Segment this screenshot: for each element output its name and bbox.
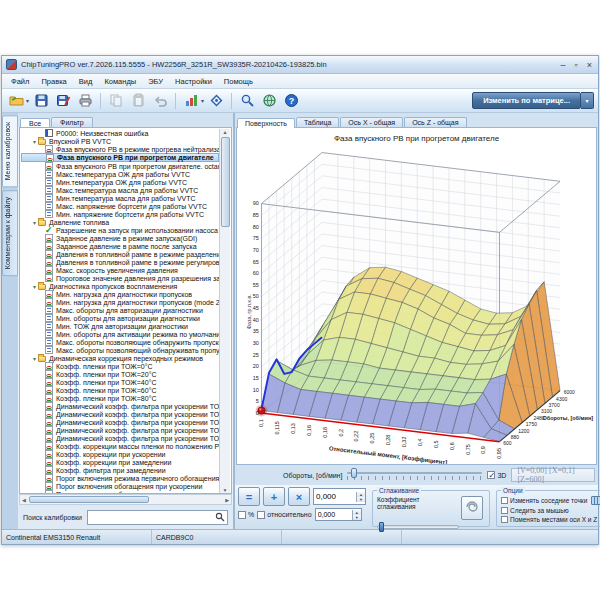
relative-spinner[interactable]: ▲▼ — [352, 510, 361, 520]
refresh-button[interactable] — [259, 91, 279, 111]
percent-checkbox[interactable] — [238, 511, 246, 519]
tree-item[interactable]: Фаза впускного РВ при прогретом двигател… — [21, 153, 219, 162]
tree-item[interactable]: Динамический коэфф. фильтра при ускорени… — [21, 402, 219, 410]
tree-item[interactable]: Макс. напряжение бортсети для работы VVT… — [21, 202, 219, 210]
tree-item[interactable]: Динамический коэфф. фильтра при ускорени… — [21, 418, 219, 426]
tree-item[interactable]: Коэфф. пленки при ТОЖ=0°С — [21, 362, 219, 370]
tree-item[interactable]: Мин. напряжение бортсети для работы VVTC — [21, 210, 219, 218]
option-checkbox-2[interactable] — [501, 516, 508, 523]
tree-item[interactable]: Динамический коэфф. фильтра при ускорени… — [21, 434, 219, 442]
option-checkbox-1[interactable] — [501, 507, 508, 514]
tree-item[interactable]: Давления в топливной рампе в режиме разд… — [21, 250, 219, 258]
rpm-slider-handle[interactable] — [351, 468, 357, 478]
maximize-button[interactable]: ▫ — [575, 60, 578, 70]
view-tab-2[interactable]: Ось X - общая — [340, 117, 403, 127]
tree-item[interactable]: Макс. обороты позволяющий обнаруживать п… — [21, 346, 219, 354]
open-dropdown-caret[interactable]: ▾ — [26, 97, 29, 104]
minimize-button[interactable]: – — [561, 60, 566, 70]
tree-item[interactable]: Макс. скорость увеличения давления — [21, 266, 219, 274]
tree-item[interactable]: Коэфф. коррекции при замедлении — [21, 458, 219, 466]
tree-item[interactable]: Коэфф. коррекции массы пленки по положен… — [21, 442, 219, 450]
zoom-button[interactable] — [237, 91, 257, 111]
tree-item[interactable]: Мин. обороты для авторизации диагностики — [21, 314, 219, 322]
tree-item[interactable]: Порог включения обеднения при замедлении — [21, 490, 219, 493]
tree-item[interactable]: Заданное давление в режиме запуска(GDI) — [21, 234, 219, 242]
apply-smoothing-button[interactable] — [461, 496, 483, 520]
tree-item[interactable]: Макс. обороты позволяющие обнаружить про… — [21, 338, 219, 346]
matrix-button[interactable]: Изменить по матрице... — [472, 92, 581, 109]
undo-button[interactable] — [150, 91, 170, 111]
tree-item[interactable]: Макс.температура ОЖ для работы VVTC — [21, 170, 219, 178]
tree-item[interactable]: Динамический коэфф. фильтра при ускорени… — [21, 410, 219, 418]
relative-toggle[interactable]: относительно — [257, 511, 311, 519]
tree-vertical-scrollbar[interactable]: ▲▼ — [219, 129, 230, 493]
tree-item[interactable]: ▾Впускной РВ VVTC — [21, 137, 219, 145]
tree-item[interactable]: Разрешение на запуск при использовании н… — [21, 226, 219, 234]
tree-item[interactable]: Коэфф. фильтра при замедлении — [21, 466, 219, 474]
relative-input[interactable] — [316, 511, 352, 518]
tree-item[interactable]: ▾Диагностика пропусков воспламенения — [21, 282, 219, 290]
scroll-up-icon[interactable]: ▲ — [223, 129, 228, 135]
expand-icon[interactable]: ▾ — [31, 355, 38, 362]
save-button[interactable] — [31, 91, 51, 111]
menu-Помощь[interactable]: Помощь — [218, 76, 259, 87]
scroll-right-icon[interactable]: ▶ — [225, 497, 229, 503]
view-tab-0[interactable]: Поверхность — [237, 118, 295, 128]
relative-checkbox[interactable] — [257, 511, 265, 519]
open-file-button[interactable] — [6, 91, 26, 111]
compass-button[interactable] — [206, 91, 226, 111]
tree-item[interactable]: Макс. обороты для авторизации диагностик… — [21, 306, 219, 314]
tree-item[interactable]: Коэфф. коррекции при ускорении — [21, 450, 219, 458]
help-button[interactable]: ? — [281, 91, 301, 111]
option-checkbox-0[interactable] — [501, 497, 508, 504]
scroll-left-icon[interactable]: ◀ — [22, 497, 26, 503]
smoothing-handle[interactable] — [379, 522, 384, 532]
scroll-thumb-h[interactable] — [29, 496, 149, 503]
tree-item[interactable]: Мин.температура масла для работы VVTC — [21, 194, 219, 202]
option-1[interactable]: Следить за мышью — [501, 507, 600, 514]
tree-item[interactable]: Пороговое значение давления для разрешен… — [21, 274, 219, 282]
add-value-button[interactable]: + — [263, 487, 285, 506]
paste-button[interactable] — [128, 91, 148, 111]
surface-plot[interactable]: 051015202530354045505560657075808590Фаза… — [237, 143, 596, 464]
view-3d-checkbox[interactable] — [487, 471, 495, 479]
tree-item[interactable]: Коэфф. пленки при ТОЖ=60°С — [21, 386, 219, 394]
smoothing-slider[interactable] — [377, 522, 459, 532]
view-tab-3[interactable]: Ось Z - общая — [404, 117, 466, 127]
percent-toggle[interactable]: % — [238, 511, 254, 519]
menu-Файл[interactable]: Файл — [5, 76, 35, 87]
matrix-dropdown-caret[interactable]: ▾ — [581, 92, 594, 109]
scroll-down-icon[interactable]: ▼ — [223, 487, 228, 493]
menu-Правка[interactable]: Правка — [35, 76, 72, 87]
tree-item[interactable]: Мин. ТОЖ для авторизации диагностики — [21, 322, 219, 330]
expand-icon[interactable]: ▾ — [31, 283, 38, 290]
side-tab-0[interactable]: Меню калибровок — [2, 115, 18, 187]
tree-item[interactable]: ▾Динамическая коррекция переходных режим… — [21, 354, 219, 362]
tree-item[interactable]: Коэфф. пленки при ТОЖ=20°С — [21, 370, 219, 378]
tree-tab-1[interactable]: Фильтр — [51, 117, 93, 127]
menu-Команды[interactable]: Команды — [98, 76, 142, 87]
menu-Вид[interactable]: Вид — [73, 76, 99, 87]
tree-item[interactable]: P0000: Неизвестная ошибка — [21, 129, 219, 137]
rpm-slider[interactable] — [347, 468, 482, 482]
tree-item[interactable]: Порог включения режима первичного обогащ… — [21, 474, 219, 482]
tree-item[interactable]: Заданное давление в рампе после запуска — [21, 242, 219, 250]
tree-item[interactable]: Динамический коэфф. фильтра при ускорени… — [21, 426, 219, 434]
option-2[interactable]: Поменять местами оси X и Z — [501, 516, 600, 523]
search-input[interactable] — [90, 513, 215, 522]
tree-item[interactable]: Фаза впускного РВ при прогретом двигател… — [21, 162, 219, 170]
expand-icon[interactable]: ▾ — [31, 219, 38, 226]
search-icon[interactable] — [215, 512, 225, 522]
value-input[interactable] — [314, 492, 356, 501]
close-button[interactable]: × — [587, 60, 592, 70]
tree-item[interactable]: Порог включения обогащения при ускорении — [21, 482, 219, 490]
tree-item[interactable]: Коэфф. пленки при ТОЖ=80°С — [21, 394, 219, 402]
view-tab-1[interactable]: Таблица — [296, 117, 339, 127]
tree-item[interactable]: Мин. обороты для активации режима по умо… — [21, 330, 219, 338]
tree-item[interactable]: Макс.температура масла для работы VVTC — [21, 186, 219, 194]
side-tab-1[interactable]: Комментарии к файлу — [2, 190, 18, 276]
tree-horizontal-scrollbar[interactable]: ◀▶ — [19, 494, 232, 505]
expand-icon[interactable]: ▾ — [31, 138, 38, 145]
view-3d-toggle[interactable]: 3D — [487, 471, 506, 479]
menu-ЭБУ[interactable]: ЭБУ — [142, 76, 169, 87]
